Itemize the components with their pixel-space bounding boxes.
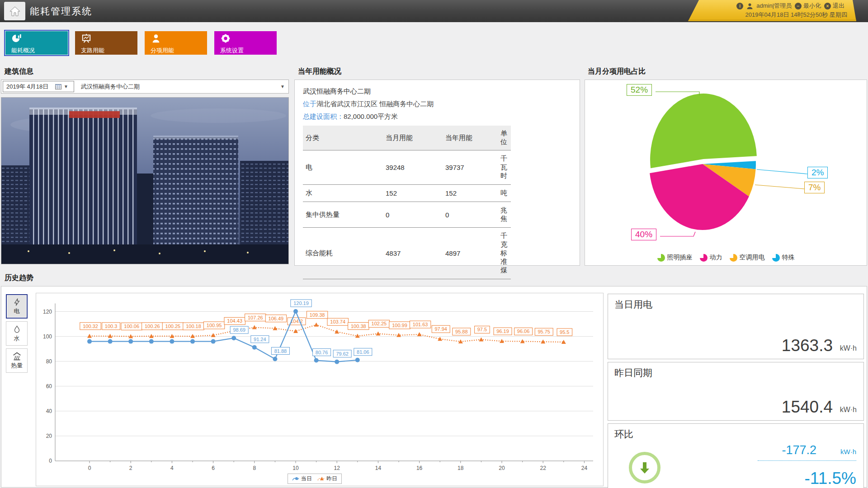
svg-text:100.3: 100.3 bbox=[105, 324, 118, 329]
annual-energy-panel: 武汉恒融商务中心二期 位于湖北省武汉市江汉区 恒融商务中心二期 总建设面积：82… bbox=[294, 80, 580, 266]
date-dropdown-arrow-icon: ▼ bbox=[64, 84, 72, 89]
nav-label: 支路用能 bbox=[81, 47, 137, 55]
energy-table-header-row: 分类 当月用能 当年用能 单位 bbox=[303, 126, 511, 150]
svg-text:97.94: 97.94 bbox=[434, 326, 447, 332]
annual-section-title: 当年用能概况 bbox=[298, 67, 341, 76]
water-drop-icon bbox=[13, 325, 21, 333]
svg-text:100.95: 100.95 bbox=[207, 323, 222, 328]
pie-callout-power: 40% bbox=[631, 229, 656, 240]
svg-text:100.32: 100.32 bbox=[83, 324, 98, 329]
home-icon bbox=[9, 6, 21, 17]
svg-text:81.88: 81.88 bbox=[274, 348, 287, 354]
svg-text:100.06: 100.06 bbox=[124, 324, 139, 329]
nav-energy-overview[interactable]: 能耗概况 bbox=[5, 31, 68, 55]
today-usage-value: 1363.3 bbox=[782, 336, 833, 355]
ratio-card: 环比 -177.2 kW·h -11.5% bbox=[608, 423, 864, 488]
legend-item-today: 当日 bbox=[292, 475, 312, 483]
table-row: 集中供热量0 0兆焦 bbox=[303, 202, 511, 228]
svg-text:4: 4 bbox=[170, 465, 174, 471]
pie-callout-lighting: 52% bbox=[627, 84, 652, 96]
minimize-button[interactable]: − 最小化 bbox=[795, 2, 821, 10]
svg-text:107.26: 107.26 bbox=[248, 315, 263, 320]
tab-water[interactable]: 水 bbox=[6, 321, 28, 346]
tab-electricity[interactable]: 电 bbox=[6, 294, 28, 319]
logout-icon: × bbox=[824, 3, 831, 9]
legend-item-lighting: 照明插座 bbox=[657, 253, 693, 262]
yesterday-usage-card: 昨日同期 1540.4 kW·h bbox=[608, 362, 864, 421]
building-picker-bar: 2019年 4月18日 ▼ 武汉恒融商务中心二期 ▼ bbox=[1, 80, 289, 94]
datetime-display: 2019年04月18日 14时52分50秒 星期四 bbox=[688, 10, 856, 19]
svg-text:106.49: 106.49 bbox=[269, 316, 284, 321]
svg-text:8: 8 bbox=[253, 465, 256, 471]
user-datetime-box: i admin|管理员 − 最小化 × 退出 2019年04月18日 14时52… bbox=[688, 0, 856, 21]
tab-heat[interactable]: 热量 bbox=[6, 348, 28, 373]
location-label: 位于 bbox=[303, 100, 316, 108]
nav-system-settings[interactable]: 系统设置 bbox=[214, 31, 277, 55]
history-trend-panel: 电 水 热量 020406080100120024681012141618202… bbox=[1, 286, 867, 488]
pie-callout-hvac: 7% bbox=[804, 182, 825, 193]
svg-text:22: 22 bbox=[540, 465, 547, 471]
svg-text:104.43: 104.43 bbox=[227, 318, 242, 324]
svg-text:120.19: 120.19 bbox=[293, 300, 309, 306]
trend-section-title: 历史趋势 bbox=[5, 273, 33, 283]
svg-text:40: 40 bbox=[46, 408, 52, 414]
svg-text:100.26: 100.26 bbox=[145, 324, 160, 329]
svg-text:120: 120 bbox=[43, 309, 52, 315]
nav-label: 能耗概况 bbox=[11, 47, 68, 55]
nav-subitem-energy[interactable]: 分项用能 bbox=[145, 31, 207, 55]
info-icon[interactable]: i bbox=[736, 3, 743, 9]
svg-text:12: 12 bbox=[334, 465, 340, 471]
nav-branch-energy[interactable]: 支路用能 bbox=[75, 31, 137, 55]
svg-text:103.74: 103.74 bbox=[330, 319, 345, 324]
heat-icon bbox=[13, 352, 21, 361]
date-value: 2019年 4月18日 bbox=[6, 83, 48, 91]
svg-text:0: 0 bbox=[88, 465, 91, 471]
trend-line-chart: 020406080100120024681012141618202224100.… bbox=[36, 293, 603, 486]
energy-table: 分类 当月用能 当年用能 单位 电39248 39737千瓦时 水152 152… bbox=[303, 126, 511, 279]
pie-chart-icon bbox=[11, 33, 22, 43]
delta-unit: kW·h bbox=[840, 448, 856, 455]
building-name: 武汉恒融商务中心二期 bbox=[303, 87, 571, 96]
svg-text:20: 20 bbox=[499, 465, 505, 471]
today-series-icon bbox=[292, 476, 299, 482]
svg-text:60: 60 bbox=[46, 383, 52, 389]
svg-text:16: 16 bbox=[416, 465, 423, 471]
app-header: 能耗管理系统 i admin|管理员 − 最小化 × 退出 2019年04月18… bbox=[0, 0, 868, 22]
calendar-icon bbox=[55, 84, 61, 89]
nav-label: 系统设置 bbox=[220, 47, 277, 55]
logout-button[interactable]: × 退出 bbox=[824, 2, 844, 10]
trend-tabs: 电 水 热量 bbox=[6, 294, 28, 375]
card-title: 昨日同期 bbox=[614, 366, 652, 379]
lightning-icon bbox=[13, 298, 21, 306]
area-label: 总建设面积： bbox=[303, 113, 344, 120]
building-section-title: 建筑信息 bbox=[5, 67, 33, 76]
decrease-indicator bbox=[629, 452, 660, 483]
today-usage-card: 当日用电 1363.3 kW·h bbox=[608, 294, 864, 359]
svg-text:2: 2 bbox=[129, 465, 132, 471]
legend-item-yesterday: 昨日 bbox=[317, 475, 337, 483]
table-row: 电39248 39737千瓦时 bbox=[303, 150, 511, 185]
svg-text:102.25: 102.25 bbox=[372, 321, 387, 326]
main-nav: 能耗概况 支路用能 分项用能 系统设置 bbox=[5, 31, 277, 55]
date-picker[interactable]: 2019年 4月18日 ▼ bbox=[3, 81, 74, 92]
svg-text:100: 100 bbox=[43, 333, 52, 340]
location-value: 湖北省武汉市江汉区 恒融商务中心二期 bbox=[316, 100, 434, 108]
trend-chart-legend: 当日 昨日 bbox=[288, 474, 342, 484]
dotted-divider bbox=[758, 460, 856, 461]
minimize-icon: − bbox=[795, 3, 802, 9]
building-photo bbox=[1, 97, 289, 264]
svg-text:100.38: 100.38 bbox=[351, 324, 366, 329]
svg-text:24: 24 bbox=[581, 465, 588, 471]
svg-text:96.19: 96.19 bbox=[496, 328, 509, 334]
pie-callout-special: 2% bbox=[807, 167, 828, 178]
svg-text:101.63: 101.63 bbox=[413, 322, 428, 327]
gear-icon bbox=[220, 33, 231, 43]
building-select[interactable]: 武汉恒融商务中心二期 ▼ bbox=[74, 80, 288, 93]
svg-text:96.06: 96.06 bbox=[517, 328, 530, 334]
power-wedge-icon bbox=[700, 254, 708, 262]
svg-text:109.38: 109.38 bbox=[310, 312, 325, 318]
home-button[interactable] bbox=[4, 2, 25, 20]
svg-text:20: 20 bbox=[46, 433, 52, 439]
svg-text:10: 10 bbox=[292, 465, 299, 471]
building-dropdown-arrow-icon: ▼ bbox=[280, 84, 288, 89]
